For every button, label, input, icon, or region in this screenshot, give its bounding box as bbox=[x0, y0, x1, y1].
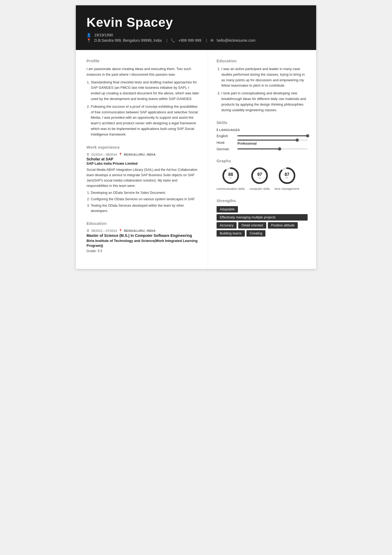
donut-communication: 88% bbox=[221, 166, 240, 185]
graph-computer: 97% computer skills bbox=[249, 166, 270, 191]
strength-tag-positive: Positive attitude bbox=[268, 222, 298, 229]
dob-value: 19/19/1990 bbox=[94, 33, 113, 37]
skills-section: Skills ℹ LANGUAGES English bbox=[217, 120, 308, 151]
bar-dot bbox=[278, 147, 281, 151]
strength-tag-accuracy: Accuracy bbox=[217, 222, 237, 229]
calendar-icon: 🗓 bbox=[87, 229, 90, 232]
graph-time: 87% time management bbox=[275, 166, 299, 191]
left-column: Profile I am passionate about creating i… bbox=[76, 50, 208, 269]
resume-container: Kevin Spacey 👤 19/19/1990 📍 D.B.Sandra 9… bbox=[76, 5, 316, 269]
calendar-icon: 🗓 bbox=[87, 153, 90, 156]
donut-computer: 97% bbox=[250, 166, 269, 185]
language-name: Hindi bbox=[217, 141, 235, 145]
bar-dot bbox=[296, 138, 299, 142]
language-level: Professional bbox=[237, 142, 308, 145]
graphs-section: Graphs 88% communication skills bbox=[217, 159, 308, 191]
donut-value: 88% bbox=[228, 172, 233, 179]
bar-track bbox=[237, 135, 308, 136]
edu-date: 08/2012 – 07/2014 bbox=[91, 229, 117, 232]
language-name: English bbox=[217, 134, 235, 138]
list-item: Standardising final checklist tests and … bbox=[91, 80, 199, 102]
languages-header: ℹ LANGUAGES bbox=[217, 128, 308, 132]
right-column: Education I was an active participant an… bbox=[208, 50, 316, 269]
bar-dot bbox=[306, 134, 309, 137]
phone-value: +999 999 999 bbox=[178, 38, 201, 43]
language-bar-english bbox=[237, 135, 308, 137]
work-responsibilities: Developing an OData Service for Sales Do… bbox=[87, 190, 199, 214]
edu-location: BENGALURU, INDIA bbox=[124, 229, 156, 232]
work-section: Work experience 🗓 01/2014 – 08/2014 📍 BE… bbox=[87, 145, 199, 214]
dob-row: 👤 19/19/1990 bbox=[87, 33, 305, 37]
languages-list: English Hindi bbox=[217, 134, 308, 151]
work-entry: 🗓 01/2014 – 08/2014 📍 BENGALURU, INDIA S… bbox=[87, 153, 199, 214]
education-right-title: Education bbox=[217, 59, 308, 63]
strength-tag-managing: Effectively managing multiple projects bbox=[217, 214, 308, 221]
work-description: Social Media ABAP Integration Library (S… bbox=[87, 167, 199, 188]
graph-label: time management bbox=[275, 187, 299, 191]
work-location: BENGALURU, INDIA bbox=[124, 153, 156, 156]
languages-label: LANGUAGES bbox=[219, 128, 240, 132]
donut-time: 87% bbox=[278, 166, 296, 185]
location-icon: 📍 bbox=[87, 38, 91, 43]
language-row-english: English bbox=[217, 134, 308, 138]
profile-intro: I am passionate about creating ideas and… bbox=[87, 66, 199, 78]
header-meta: 👤 19/19/1990 📍 D.B.Sandra 999, Bengaluru… bbox=[87, 33, 305, 43]
edu-points-list: I was an active participant and leader i… bbox=[217, 66, 308, 113]
donut-value: 97% bbox=[257, 172, 262, 179]
person-icon: 👤 bbox=[87, 33, 91, 37]
strength-tag-adaptable: Adaptable bbox=[217, 206, 238, 213]
strengths-title: Strengths bbox=[217, 198, 308, 203]
work-title: Work experience bbox=[87, 145, 199, 149]
strength-tag-building: Building teams bbox=[217, 230, 245, 237]
list-item: Configuring the OData Services on variou… bbox=[91, 196, 199, 202]
profile-title: Profile bbox=[87, 59, 199, 63]
language-bar-hindi: Professional bbox=[237, 140, 308, 145]
work-meta: 🗓 01/2014 – 08/2014 📍 BENGALURU, INDIA bbox=[87, 153, 199, 156]
graph-label: communication skills bbox=[217, 187, 245, 191]
location-icon: 📍 bbox=[119, 153, 122, 156]
contact-row: 📍 D.B.Sandra 999, Bengaluru 99999, India… bbox=[87, 38, 305, 43]
resume-body: Profile I am passionate about creating i… bbox=[76, 50, 316, 269]
education-right-section: Education I was an active participant an… bbox=[217, 59, 308, 113]
graphs-title: Graphs bbox=[217, 159, 308, 163]
bar-track bbox=[237, 140, 308, 141]
graphs-row: 88% communication skills 97% bbox=[217, 166, 308, 191]
info-icon: ℹ bbox=[217, 128, 218, 132]
bar-fill bbox=[237, 135, 308, 136]
profile-list: Standardising final checklist tests and … bbox=[87, 80, 199, 137]
education-left-title: Education bbox=[87, 221, 199, 226]
list-item: Developing an OData Service for Sales Do… bbox=[91, 190, 199, 195]
language-name: German bbox=[217, 147, 235, 151]
bar-track bbox=[237, 148, 308, 149]
graph-communication: 88% communication skills bbox=[217, 166, 245, 191]
graph-label: computer skills bbox=[249, 187, 270, 191]
work-company-name: SAP Labs India Private Limited bbox=[87, 161, 199, 165]
phone-icon: 📞 bbox=[171, 38, 175, 43]
edu-grade: Grade: 5.5 bbox=[87, 249, 199, 253]
list-item: I was an active participant and leader i… bbox=[221, 66, 308, 88]
language-row-german: German bbox=[217, 147, 308, 151]
language-bar-german bbox=[237, 148, 308, 150]
email-icon: ✉ bbox=[210, 38, 214, 43]
email-value: hello@kickresume.com bbox=[217, 38, 256, 43]
skills-title: Skills bbox=[217, 120, 308, 125]
edu-degree: Master of Science (M.S.) in Computer Sof… bbox=[87, 233, 199, 238]
edu-meta: 🗓 08/2012 – 07/2014 📍 BENGALURU, INDIA bbox=[87, 229, 199, 233]
list-item: I took part in conceptualising and devel… bbox=[221, 91, 308, 113]
strength-tag-creating: Creating bbox=[246, 230, 265, 237]
location-value: D.B.Sandra 999, Bengaluru 99999, India bbox=[94, 38, 162, 43]
resume-header: Kevin Spacey 👤 19/19/1990 📍 D.B.Sandra 9… bbox=[76, 5, 316, 50]
list-item: Following the success of a proof of conc… bbox=[91, 104, 199, 137]
work-position: Scholar at SAP bbox=[87, 157, 199, 161]
bar-fill bbox=[237, 148, 280, 149]
list-item: Testing the OData Services developed wit… bbox=[91, 203, 199, 214]
edu-entry: 🗓 08/2012 – 07/2014 📍 BENGALURU, INDIA M… bbox=[87, 229, 199, 253]
strengths-section: Strengths Adaptable Effectively managing… bbox=[217, 198, 308, 237]
work-date: 01/2014 – 08/2014 bbox=[91, 153, 117, 156]
location-icon: 📍 bbox=[119, 229, 122, 233]
language-row-hindi: Hindi Professional bbox=[217, 140, 308, 145]
candidate-name: Kevin Spacey bbox=[87, 15, 305, 30]
bar-fill bbox=[237, 140, 297, 141]
education-left-section: Education 🗓 08/2012 – 07/2014 📍 BENGALUR… bbox=[87, 221, 199, 253]
strength-tag-detail: Detail oriented bbox=[238, 222, 266, 229]
